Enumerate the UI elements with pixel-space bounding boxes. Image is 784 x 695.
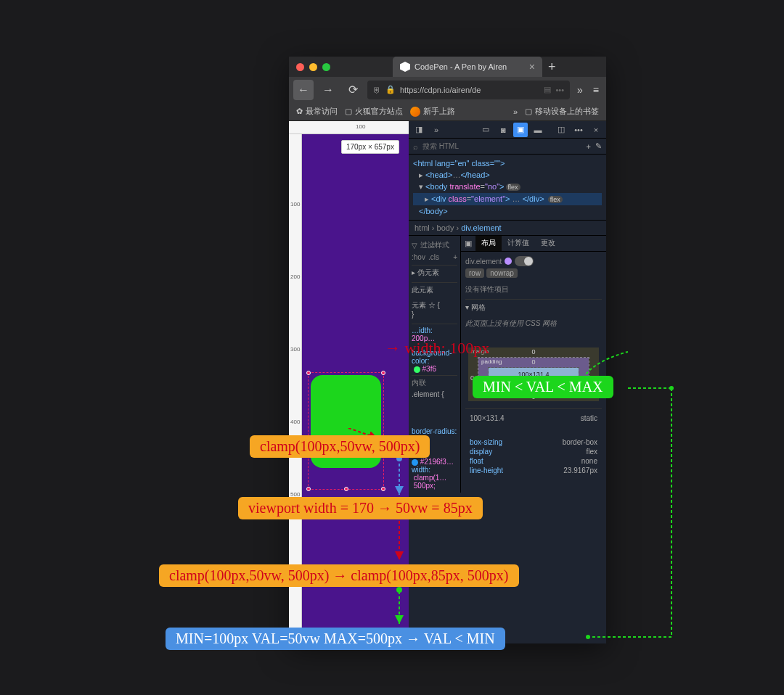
annotation-minvalmax: MIN < VAL < MAX (473, 376, 613, 398)
menu-icon[interactable]: ≡ (590, 84, 602, 96)
filter-styles[interactable]: ▽过滤样式 (412, 239, 457, 252)
tab-changes[interactable]: 更改 (535, 236, 561, 251)
bookmark-mobile[interactable]: ▢移动设备上的书签 (525, 106, 599, 117)
no-grid-label: 此页面上没有使用 CSS 网格 (465, 316, 602, 332)
flex-item-row[interactable]: div.element (465, 256, 602, 266)
this-element-section: 此元素 (412, 282, 457, 297)
chevron-icon[interactable]: » (429, 123, 444, 137)
position-value: static (581, 414, 597, 422)
flex-indicator-icon (505, 258, 512, 265)
ruler-horizontal: 100 (289, 121, 409, 134)
folder-icon: ▢ (345, 107, 352, 116)
url-field[interactable]: ⛨ 🔒 https://cdpn.io/airen/de ▤ ••• (367, 81, 570, 99)
minimize-icon[interactable] (309, 63, 317, 71)
folder-icon: ▢ (525, 107, 532, 116)
close-devtools-icon[interactable]: × (589, 123, 603, 137)
dom-head[interactable]: ▸ <head>…</head> (413, 169, 602, 181)
width-clamp-rule[interactable]: width: clamp(1… 500px; (412, 466, 457, 490)
grid-section[interactable]: ▾ 网格 (465, 299, 602, 316)
row-pill[interactable]: row (465, 268, 484, 278)
hash-rule[interactable]: #2196f3… (412, 458, 457, 466)
shield-icon: ⛨ (373, 86, 381, 94)
browser-tab[interactable]: CodePen - A Pen by Airen × (393, 57, 542, 77)
element-rule[interactable]: 元素 ☆ {} (412, 297, 457, 321)
annotation-width: → width: 100px (385, 339, 489, 358)
search-input[interactable] (422, 142, 582, 150)
device-icon[interactable]: ▭ (478, 123, 493, 137)
annotation-viewport: viewport width = 170 → 50vw = 85px (238, 497, 483, 519)
tab-computed[interactable]: 计算值 (502, 236, 535, 251)
bookmark-getting-started[interactable]: 新手上路 (410, 106, 455, 117)
filter-icon: ▽ (412, 242, 417, 250)
eyedropper-icon[interactable]: ✎ (595, 141, 602, 151)
traffic-lights (296, 63, 330, 71)
pseudo-section[interactable]: ▸ 伪元素 (412, 265, 457, 280)
url-bar: ← → ⟳ ⛨ 🔒 https://cdpn.io/airen/de ▤ •••… (289, 77, 606, 102)
overflow-icon[interactable]: » (574, 84, 586, 96)
inline-label: 内联 (412, 375, 457, 390)
gear-icon: ✿ (296, 107, 303, 116)
more-icon[interactable]: ••• (571, 123, 586, 137)
element-class-rule[interactable]: .element { (412, 390, 457, 398)
close-tab-icon[interactable]: × (529, 61, 535, 73)
dom-body-close[interactable]: </body> (413, 205, 602, 217)
annotation-minmax: MIN=100px VAL=50vw MAX=500px → VAL < MIN (166, 628, 505, 650)
lock-icon: 🔒 (385, 85, 396, 94)
layout-tabs: ▣ 布局 计算值 更改 (461, 236, 606, 252)
selection-box (308, 372, 384, 490)
codepen-icon (400, 62, 410, 72)
forward-button[interactable]: → (318, 80, 338, 100)
bookmarks-bar: ✿最常访问 ▢火狐官方站点 新手上路 » ▢移动设备上的书签 (289, 102, 606, 121)
computed-display[interactable]: displayflex (470, 447, 597, 456)
titlebar: CodePen - A Pen by Airen × + (289, 57, 606, 77)
dom-body[interactable]: ▾ <body translate="no">flex (413, 181, 602, 193)
tab-layout[interactable]: 布局 (475, 236, 502, 251)
annotation-clamp1: clamp(100px,50vw, 500px) (250, 435, 430, 458)
reload-button[interactable]: ⟳ (343, 80, 363, 100)
breadcrumb[interactable]: html › body › div.element (409, 221, 606, 236)
ruler-icon[interactable]: ▬ (531, 123, 545, 137)
dom-div-selected[interactable]: ▸ <div class="element"> … </div> flex (413, 193, 602, 205)
computed-float[interactable]: floatnone (470, 456, 597, 466)
size-tooltip: 170px × 657px (341, 140, 399, 154)
cls-toggle[interactable]: .cls (428, 253, 439, 261)
layout-panel: ▣ 布局 计算值 更改 div.element rownowrap 没有弹性项目… (461, 236, 606, 493)
search-icon: ⌕ (413, 142, 418, 151)
dom-tree[interactable]: <html lang="en" class=""> ▸ <head>…</hea… (409, 155, 606, 221)
maximize-icon[interactable] (322, 63, 330, 71)
dock-icon[interactable]: ◫ (554, 123, 568, 137)
devtools-toolbar: ◨ » ▭ ◙ ▣ ▬ ◫ ••• × (409, 121, 606, 139)
add-rule-icon[interactable]: + (453, 253, 457, 261)
flex-toggle[interactable] (515, 256, 534, 266)
url-text: https://cdpn.io/airen/de (400, 86, 481, 94)
overflow-chevron-icon[interactable]: » (513, 107, 518, 116)
firefox-icon (410, 107, 420, 117)
hov-toggle[interactable]: :hov (412, 253, 425, 261)
inspector-icon[interactable]: ◨ (412, 123, 426, 137)
new-tab-button[interactable]: + (548, 59, 556, 75)
add-node-icon[interactable]: + (587, 142, 591, 151)
responsive-icon[interactable]: ▣ (513, 123, 528, 137)
nowrap-pill[interactable]: nowrap (486, 268, 518, 278)
computed-size: 100×131.4 (470, 414, 505, 422)
html-search: ⌕ + ✎ (409, 139, 606, 155)
more-icon[interactable]: ••• (555, 86, 564, 94)
reader-icon[interactable]: ▤ (544, 85, 551, 94)
annotation-clamp2: clamp(100px,50vw, 500px) → clamp(100px,8… (159, 564, 519, 587)
boxmodel-icon[interactable]: ▣ (461, 236, 475, 250)
screenshot-icon[interactable]: ◙ (496, 123, 510, 137)
tab-title: CodePen - A Pen by Airen (415, 62, 507, 71)
computed-box-sizing[interactable]: box-sizingborder-box (470, 437, 597, 447)
bookmark-firefox[interactable]: ▢火狐官方站点 (345, 106, 403, 117)
svg-point-9 (669, 386, 674, 390)
no-flex-label: 没有弹性项目 (465, 280, 602, 299)
back-button[interactable]: ← (293, 80, 314, 100)
dom-html[interactable]: <html lang="en" class=""> (413, 157, 602, 169)
computed-line-height[interactable]: line-height23.9167px (470, 466, 597, 475)
bookmark-frequent[interactable]: ✿最常访问 (296, 106, 338, 117)
close-icon[interactable] (296, 63, 304, 71)
